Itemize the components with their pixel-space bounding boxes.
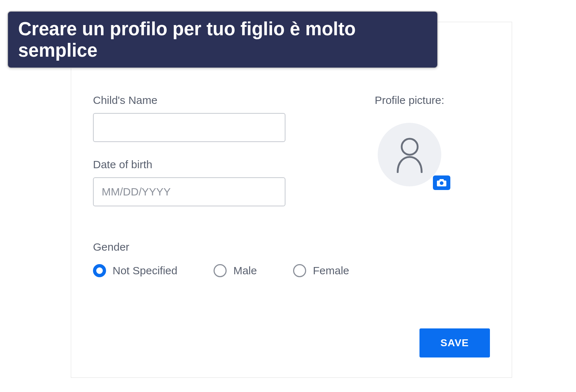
avatar-placeholder (378, 123, 441, 186)
camera-icon (436, 178, 447, 187)
radio-label: Male (233, 264, 257, 277)
svg-point-1 (440, 181, 443, 185)
banner-caption: Creare un profilo per tuo figlio è molto… (7, 11, 438, 68)
dob-label: Date of birth (93, 158, 285, 171)
avatar-container (378, 123, 441, 186)
person-icon (393, 137, 426, 173)
dob-input[interactable] (93, 177, 285, 206)
form-row: Child's Name Date of birth Profile pictu… (93, 94, 490, 223)
gender-section: Gender Not Specified Male Female (93, 241, 490, 277)
upload-photo-button[interactable] (433, 175, 450, 190)
radio-label: Not Specified (113, 264, 177, 277)
radio-label: Female (313, 264, 349, 277)
radio-indicator (214, 264, 227, 277)
child-name-field: Child's Name (93, 94, 285, 142)
form-left-column: Child's Name Date of birth (93, 94, 285, 223)
child-name-label: Child's Name (93, 94, 285, 106)
dob-field: Date of birth (93, 158, 285, 206)
radio-indicator (93, 264, 106, 277)
gender-radio-group: Not Specified Male Female (93, 264, 490, 277)
save-button[interactable]: SAVE (419, 328, 490, 357)
gender-radio-female[interactable]: Female (293, 264, 349, 277)
child-name-input[interactable] (93, 113, 285, 142)
form-right-column: Profile picture: (329, 94, 490, 223)
radio-indicator (293, 264, 306, 277)
profile-picture-label: Profile picture: (329, 94, 490, 106)
profile-form-card: Profile information for your child Child… (71, 22, 512, 378)
gender-radio-not-specified[interactable]: Not Specified (93, 264, 177, 277)
svg-point-0 (402, 139, 418, 155)
gender-label: Gender (93, 241, 490, 253)
gender-radio-male[interactable]: Male (214, 264, 257, 277)
